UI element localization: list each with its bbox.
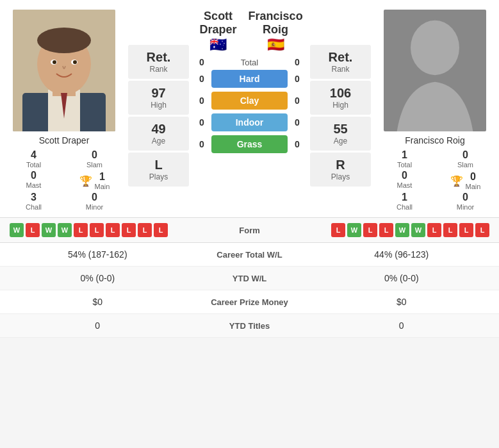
ytd-wl-row: 0% (0-0) YTD W/L 0% (0-0) bbox=[0, 267, 499, 290]
ytd-titles-label: YTD Titles bbox=[186, 321, 314, 331]
right-total-score: 0 bbox=[288, 57, 307, 67]
left-name-header: Scott Draper 🇦🇺 bbox=[192, 10, 244, 53]
right-rank-value: Ret. bbox=[310, 50, 371, 65]
left-high-value: 97 bbox=[128, 86, 189, 101]
right-age-value: 55 bbox=[310, 122, 371, 137]
ytd-titles-row: 0 YTD Titles 0 bbox=[0, 314, 499, 338]
form-badge-right: L bbox=[443, 223, 457, 237]
left-high-box: 97 High bbox=[128, 81, 189, 115]
right-mast-cell: 0 Mast bbox=[377, 170, 432, 190]
form-badges-left: WLWWLLLLLL bbox=[10, 223, 218, 237]
main-container: Scott Draper 4 Total 0 Slam 0 Mast 🏆 bbox=[0, 0, 499, 338]
form-badge-left: L bbox=[74, 223, 88, 237]
right-main-cell: 0 Main bbox=[466, 171, 481, 190]
player-right-stats: 1 Total 0 Slam 0 Mast 🏆 0 Main bbox=[377, 149, 493, 211]
right-trophy-row: 🏆 0 Main bbox=[438, 171, 493, 190]
right-slam-cell: 0 Slam bbox=[438, 149, 493, 169]
left-player-name-header: Scott Draper bbox=[192, 10, 244, 37]
left-main-value: 1 bbox=[95, 171, 110, 183]
form-badge-right: L bbox=[363, 223, 377, 237]
stats-rows: 54% (187-162) Career Total W/L 44% (96-1… bbox=[0, 242, 499, 338]
left-rank-value: Ret. bbox=[128, 50, 189, 65]
left-flag: 🇦🇺 bbox=[209, 37, 227, 53]
form-badge-right: L bbox=[379, 223, 393, 237]
right-plays-box: R Plays bbox=[310, 153, 371, 187]
ytd-titles-right: 0 bbox=[314, 320, 490, 331]
form-badge-left: L bbox=[106, 223, 120, 237]
left-slam-value: 0 bbox=[67, 149, 122, 161]
right-rank-label: Rank bbox=[310, 65, 371, 74]
left-rank-box: Ret. Rank bbox=[128, 45, 189, 79]
surface-row-hard: 0 Hard 0 bbox=[192, 70, 307, 88]
right-main-label: Main bbox=[466, 183, 481, 190]
left-plays-label: Plays bbox=[128, 172, 189, 181]
ytd-wl-left: 0% (0-0) bbox=[10, 273, 186, 283]
form-badge-left: L bbox=[122, 223, 136, 237]
form-badge-left: L bbox=[138, 223, 152, 237]
prize-row: $0 Career Prize Money $0 bbox=[0, 290, 499, 314]
left-mast-label: Mast bbox=[6, 181, 61, 189]
surface-row-clay: 0 Clay 0 bbox=[192, 92, 307, 110]
ytd-wl-right: 0% (0-0) bbox=[314, 273, 490, 283]
total-center-label: Total bbox=[211, 58, 288, 67]
career-wl-right: 44% (96-123) bbox=[314, 249, 490, 260]
player-left-photo bbox=[13, 10, 115, 131]
left-chall-label: Chall bbox=[6, 203, 61, 211]
svg-point-9 bbox=[73, 60, 77, 64]
form-badge-right: L bbox=[475, 223, 489, 237]
left-total-label: Total bbox=[6, 161, 61, 169]
left-chall-cell: 3 Chall bbox=[6, 192, 61, 211]
form-badge-right: L bbox=[331, 223, 345, 237]
left-total-score: 0 bbox=[192, 57, 211, 67]
left-chall-value: 3 bbox=[6, 192, 61, 203]
form-badge-left: W bbox=[42, 223, 56, 237]
right-flag: 🇪🇸 bbox=[267, 37, 284, 53]
left-stats-column: Ret. Rank 97 High 49 Age L Plays bbox=[125, 10, 192, 187]
right-age-label: Age bbox=[310, 137, 371, 145]
player-comparison-section: Scott Draper 4 Total 0 Slam 0 Mast 🏆 bbox=[0, 0, 499, 217]
trophy-icon-left: 🏆 bbox=[79, 175, 92, 187]
right-name-header: Francisco Roig 🇪🇸 bbox=[244, 10, 307, 53]
total-header-row: 0 Total 0 bbox=[192, 57, 307, 67]
right-chall-label: Chall bbox=[377, 203, 432, 211]
player-right-card: Francisco Roig 1 Total 0 Slam 0 Mast 🏆 bbox=[377, 10, 493, 211]
right-high-value: 106 bbox=[310, 86, 371, 101]
svg-point-8 bbox=[53, 60, 56, 64]
form-badges-right: LWLLWWLLLL bbox=[282, 223, 490, 237]
career-wl-row: 54% (187-162) Career Total W/L 44% (96-1… bbox=[0, 243, 499, 267]
left-minor-value: 0 bbox=[67, 192, 122, 203]
surface-right-score: 0 bbox=[288, 139, 307, 149]
left-plays-box: L Plays bbox=[128, 153, 189, 187]
prize-label: Career Prize Money bbox=[186, 297, 314, 307]
surface-left-score: 0 bbox=[192, 95, 211, 106]
surface-left-score: 0 bbox=[192, 117, 211, 128]
right-minor-value: 0 bbox=[438, 192, 493, 203]
player-right-photo bbox=[384, 10, 486, 131]
right-total-cell: 1 Total bbox=[377, 149, 432, 169]
surface-row-indoor: 0 Indoor 0 bbox=[192, 113, 307, 131]
middle-section: Ret. Rank 97 High 49 Age L Plays bbox=[122, 10, 377, 211]
right-mast-label: Mast bbox=[377, 181, 432, 189]
right-minor-label: Minor bbox=[438, 203, 493, 211]
right-slam-value: 0 bbox=[438, 149, 493, 161]
left-mast-value: 0 bbox=[6, 170, 61, 181]
form-badge-right: W bbox=[411, 223, 425, 237]
right-main-value: 0 bbox=[466, 171, 481, 183]
svg-point-11 bbox=[411, 21, 459, 76]
surface-left-score: 0 bbox=[192, 139, 211, 149]
left-slam-label: Slam bbox=[67, 161, 122, 169]
surface-badge-indoor: Indoor bbox=[211, 113, 288, 131]
left-minor-cell: 0 Minor bbox=[67, 192, 122, 211]
prize-left: $0 bbox=[10, 297, 186, 307]
form-badge-left: L bbox=[90, 223, 104, 237]
left-total-cell: 4 Total bbox=[6, 149, 61, 169]
form-label: Form bbox=[224, 226, 275, 235]
right-high-label: High bbox=[310, 101, 371, 110]
form-badge-left: W bbox=[58, 223, 72, 237]
form-badge-left: W bbox=[10, 223, 24, 237]
left-main-cell: 1 Main bbox=[95, 171, 110, 190]
form-badge-right: L bbox=[427, 223, 441, 237]
form-badge-left: L bbox=[26, 223, 40, 237]
left-minor-label: Minor bbox=[67, 203, 122, 211]
career-wl-left: 54% (187-162) bbox=[10, 249, 186, 260]
